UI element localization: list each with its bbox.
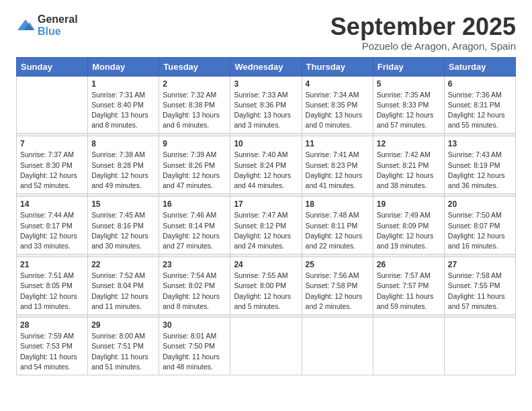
cell-content: Sunrise: 7:55 AMSunset: 8:00 PMDaylight:…	[234, 271, 298, 312]
day-number: 19	[377, 199, 441, 209]
day-number: 5	[377, 79, 441, 89]
cell-content: Sunrise: 7:52 AMSunset: 8:04 PMDaylight:…	[91, 271, 155, 312]
day-number: 7	[20, 139, 84, 148]
day-cell-20: 20Sunrise: 7:50 AMSunset: 8:07 PMDayligh…	[444, 197, 515, 255]
daylight-text: Daylight: 13 hours and 3 minutes.	[234, 110, 298, 130]
cell-content: Sunrise: 7:56 AMSunset: 7:58 PMDaylight:…	[306, 271, 369, 312]
day-number: 6	[448, 79, 512, 89]
weekday-header-monday: Monday	[88, 57, 159, 76]
sunrise-text: Sunrise: 7:49 AM	[377, 210, 441, 220]
sunset-text: Sunset: 8:36 PM	[234, 100, 298, 110]
daylight-text: Daylight: 13 hours and 0 minutes.	[306, 110, 369, 130]
title-area: September 2025 Pozuelo de Aragon, Aragon…	[330, 13, 516, 52]
weekday-header-saturday: Saturday	[444, 57, 515, 76]
sunset-text: Sunset: 8:04 PM	[91, 281, 155, 291]
week-row-3: 14Sunrise: 7:44 AMSunset: 8:17 PMDayligh…	[17, 197, 516, 255]
cell-content: Sunrise: 7:44 AMSunset: 8:17 PMDaylight:…	[20, 210, 84, 251]
sunrise-text: Sunrise: 7:57 AM	[377, 271, 441, 281]
sunrise-text: Sunrise: 8:01 AM	[163, 331, 226, 341]
day-cell-4: 4Sunrise: 7:34 AMSunset: 8:35 PMDaylight…	[302, 76, 373, 134]
day-number: 28	[20, 320, 84, 330]
cell-content: Sunrise: 7:31 AMSunset: 8:40 PMDaylight:…	[91, 90, 155, 131]
cell-content: Sunrise: 7:54 AMSunset: 8:02 PMDaylight:…	[163, 271, 226, 312]
day-number: 16	[163, 199, 226, 209]
logo-icon	[16, 18, 35, 33]
day-cell-6: 6Sunrise: 7:36 AMSunset: 8:31 PMDaylight…	[444, 76, 515, 134]
cell-content: Sunrise: 7:37 AMSunset: 8:30 PMDaylight:…	[20, 150, 84, 191]
sunset-text: Sunset: 8:35 PM	[306, 100, 369, 110]
day-cell-19: 19Sunrise: 7:49 AMSunset: 8:09 PMDayligh…	[373, 197, 444, 255]
day-cell-10: 10Sunrise: 7:40 AMSunset: 8:24 PMDayligh…	[230, 136, 302, 194]
cell-content: Sunrise: 7:41 AMSunset: 8:23 PMDaylight:…	[306, 150, 369, 191]
daylight-text: Daylight: 11 hours and 57 minutes.	[448, 291, 512, 312]
day-cell-13: 13Sunrise: 7:43 AMSunset: 8:19 PMDayligh…	[444, 136, 515, 194]
daylight-text: Daylight: 11 hours and 51 minutes.	[91, 352, 155, 372]
sunrise-text: Sunrise: 7:39 AM	[163, 150, 226, 160]
sunset-text: Sunset: 8:28 PM	[91, 161, 155, 171]
daylight-text: Daylight: 12 hours and 22 minutes.	[306, 231, 369, 251]
day-number: 27	[448, 260, 512, 269]
cell-content: Sunrise: 7:38 AMSunset: 8:28 PMDaylight:…	[91, 150, 155, 191]
cell-content: Sunrise: 7:49 AMSunset: 8:09 PMDaylight:…	[377, 210, 441, 251]
week-row-4: 21Sunrise: 7:51 AMSunset: 8:05 PMDayligh…	[17, 257, 516, 315]
sunset-text: Sunset: 7:57 PM	[377, 281, 441, 291]
day-number: 23	[163, 260, 226, 269]
empty-cell	[17, 76, 88, 134]
sunset-text: Sunset: 8:26 PM	[163, 161, 226, 171]
day-number: 1	[91, 79, 155, 89]
empty-cell	[444, 318, 515, 375]
daylight-text: Daylight: 13 hours and 6 minutes.	[163, 110, 226, 130]
sunrise-text: Sunrise: 7:33 AM	[234, 90, 298, 100]
day-number: 14	[20, 199, 84, 209]
logo-blue: Blue	[38, 26, 61, 37]
daylight-text: Daylight: 12 hours and 52 minutes.	[20, 171, 84, 191]
cell-content: Sunrise: 7:57 AMSunset: 7:57 PMDaylight:…	[377, 271, 441, 312]
weekday-header-thursday: Thursday	[302, 57, 373, 76]
sunrise-text: Sunrise: 7:35 AM	[377, 90, 441, 100]
sunset-text: Sunset: 8:21 PM	[377, 161, 441, 171]
sunrise-text: Sunrise: 7:31 AM	[91, 90, 155, 100]
day-number: 9	[163, 139, 226, 148]
sunrise-text: Sunrise: 7:50 AM	[448, 210, 512, 220]
day-number: 8	[91, 139, 155, 148]
cell-content: Sunrise: 7:34 AMSunset: 8:35 PMDaylight:…	[306, 90, 369, 131]
day-cell-25: 25Sunrise: 7:56 AMSunset: 7:58 PMDayligh…	[302, 257, 373, 315]
day-cell-27: 27Sunrise: 7:58 AMSunset: 7:55 PMDayligh…	[444, 257, 515, 315]
day-cell-2: 2Sunrise: 7:32 AMSunset: 8:38 PMDaylight…	[159, 76, 230, 134]
day-number: 2	[163, 79, 226, 89]
location-title: Pozuelo de Aragon, Aragon, Spain	[330, 40, 516, 52]
sunrise-text: Sunrise: 7:36 AM	[448, 90, 512, 100]
cell-content: Sunrise: 8:01 AMSunset: 7:50 PMDaylight:…	[163, 331, 226, 372]
weekday-header-tuesday: Tuesday	[159, 57, 230, 76]
weekday-header-wednesday: Wednesday	[230, 57, 302, 76]
sunrise-text: Sunrise: 7:34 AM	[306, 90, 369, 100]
day-cell-8: 8Sunrise: 7:38 AMSunset: 8:28 PMDaylight…	[88, 136, 159, 194]
day-cell-1: 1Sunrise: 7:31 AMSunset: 8:40 PMDaylight…	[88, 76, 159, 134]
day-cell-14: 14Sunrise: 7:44 AMSunset: 8:17 PMDayligh…	[17, 197, 88, 255]
day-number: 24	[234, 260, 298, 269]
sunrise-text: Sunrise: 7:52 AM	[91, 271, 155, 281]
daylight-text: Daylight: 12 hours and 55 minutes.	[448, 110, 512, 130]
cell-content: Sunrise: 7:39 AMSunset: 8:26 PMDaylight:…	[163, 150, 226, 191]
daylight-text: Daylight: 12 hours and 47 minutes.	[163, 171, 226, 191]
daylight-text: Daylight: 13 hours and 8 minutes.	[91, 110, 155, 130]
sunset-text: Sunset: 8:05 PM	[20, 281, 84, 291]
page-header: General Blue September 2025 Pozuelo de A…	[16, 13, 516, 52]
day-cell-18: 18Sunrise: 7:48 AMSunset: 8:11 PMDayligh…	[302, 197, 373, 255]
sunset-text: Sunset: 8:24 PM	[234, 161, 298, 171]
day-cell-30: 30Sunrise: 8:01 AMSunset: 7:50 PMDayligh…	[159, 318, 230, 375]
sunrise-text: Sunrise: 7:40 AM	[234, 150, 298, 160]
cell-content: Sunrise: 7:32 AMSunset: 8:38 PMDaylight:…	[163, 90, 226, 131]
daylight-text: Daylight: 12 hours and 2 minutes.	[306, 291, 369, 312]
day-number: 11	[306, 139, 369, 148]
sunrise-text: Sunrise: 7:48 AM	[306, 210, 369, 220]
day-cell-12: 12Sunrise: 7:42 AMSunset: 8:21 PMDayligh…	[373, 136, 444, 194]
sunset-text: Sunset: 8:14 PM	[163, 221, 226, 231]
daylight-text: Daylight: 12 hours and 44 minutes.	[234, 171, 298, 191]
daylight-text: Daylight: 12 hours and 27 minutes.	[163, 231, 226, 251]
sunset-text: Sunset: 8:19 PM	[448, 161, 512, 171]
day-number: 13	[448, 139, 512, 148]
day-cell-23: 23Sunrise: 7:54 AMSunset: 8:02 PMDayligh…	[159, 257, 230, 315]
daylight-text: Daylight: 12 hours and 8 minutes.	[163, 291, 226, 312]
daylight-text: Daylight: 12 hours and 49 minutes.	[91, 171, 155, 191]
